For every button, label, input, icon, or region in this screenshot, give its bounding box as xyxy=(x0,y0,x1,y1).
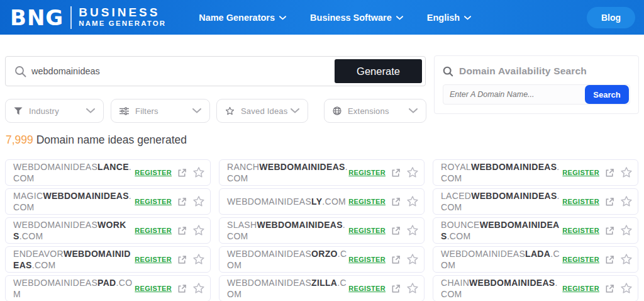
card-actions: REGISTER xyxy=(562,224,633,237)
external-link-icon[interactable] xyxy=(177,284,187,293)
card-actions: REGISTER xyxy=(562,282,633,295)
domain-result-card: ENDEAVORWEBDOMAINIDEAS.COM REGISTER xyxy=(5,246,211,273)
domain-result-card: ROYALWEBDOMAINIDEAS.COM REGISTER xyxy=(433,159,638,186)
save-star-icon[interactable] xyxy=(192,253,205,266)
nav-language-english[interactable]: English xyxy=(427,13,471,23)
register-link[interactable]: REGISTER xyxy=(348,256,386,263)
card-actions: REGISTER xyxy=(135,253,205,266)
external-link-icon[interactable] xyxy=(391,197,401,207)
domain-plain-segment: WEBDOMAINIDEAS xyxy=(13,220,97,230)
domain-search-input-row: Search xyxy=(443,84,630,105)
domain-bold-segment: WEBDOMAINIDEAS xyxy=(471,191,557,201)
external-link-icon[interactable] xyxy=(177,168,187,178)
nav-name-generators[interactable]: Name Generators xyxy=(199,13,286,23)
chevron-down-icon xyxy=(279,16,286,20)
save-star-icon[interactable] xyxy=(620,166,633,179)
domain-plain-segment: MAGIC xyxy=(13,191,43,201)
extensions-dropdown[interactable]: Extensions xyxy=(324,99,426,123)
filters-dropdown[interactable]: Filters xyxy=(111,99,210,123)
domain-search-button[interactable]: Search xyxy=(585,85,629,104)
domain-plain-segment: WEBDOMAINIDEAS xyxy=(227,278,311,288)
domain-plain-segment: WEBDOMAINIDEAS xyxy=(13,278,97,288)
external-link-icon[interactable] xyxy=(177,226,187,236)
register-link[interactable]: REGISTER xyxy=(562,169,599,176)
domain-result-card: WEBDOMAINIDEASLY.COM REGISTER xyxy=(219,188,425,215)
generate-button[interactable]: Generate xyxy=(335,59,422,83)
external-link-icon[interactable] xyxy=(605,255,614,264)
save-star-icon[interactable] xyxy=(620,195,633,208)
domain-plain-segment: WEBDOMAINIDEAS xyxy=(227,249,311,259)
save-star-icon[interactable] xyxy=(620,224,633,237)
domain-result-card: WEBDOMAINIDEASZILLA.COM REGISTER xyxy=(219,275,425,301)
domain-bold-segment: ORZO xyxy=(311,249,338,259)
external-link-icon[interactable] xyxy=(605,284,614,293)
register-link[interactable]: REGISTER xyxy=(348,227,386,234)
save-star-icon[interactable] xyxy=(192,282,205,295)
register-link[interactable]: REGISTER xyxy=(562,285,599,292)
register-link[interactable]: REGISTER xyxy=(135,285,172,292)
save-star-icon[interactable] xyxy=(192,195,205,208)
register-link[interactable]: REGISTER xyxy=(135,256,172,263)
industry-dropdown[interactable]: Industry xyxy=(5,99,104,123)
register-link[interactable]: REGISTER xyxy=(562,256,599,263)
save-star-icon[interactable] xyxy=(192,224,205,237)
register-link[interactable]: REGISTER xyxy=(348,169,386,176)
card-actions: REGISTER xyxy=(135,224,205,237)
external-link-icon[interactable] xyxy=(177,197,187,207)
search-icon xyxy=(14,65,26,77)
external-link-icon[interactable] xyxy=(391,168,401,178)
register-link[interactable]: REGISTER xyxy=(348,198,386,205)
domain-plain-segment: WEBDOMAINIDEAS xyxy=(13,162,97,172)
top-navbar: BNG BUSINESS NAME GENERATOR Name Generat… xyxy=(0,0,644,35)
save-star-icon[interactable] xyxy=(620,282,633,295)
domain-name: ROYALWEBDOMAINIDEAS.COM xyxy=(441,161,562,184)
nav-label: Business Software xyxy=(310,13,392,23)
domain-bold-segment: WEBDOMAINIDEAS xyxy=(469,278,555,288)
register-link[interactable]: REGISTER xyxy=(348,285,386,292)
external-link-icon[interactable] xyxy=(391,284,401,293)
register-link[interactable]: REGISTER xyxy=(562,198,599,205)
domain-result-card: CHAINWEBDOMAINIDEAS.COM REGISTER xyxy=(433,275,638,301)
domain-plain-segment: CHAIN xyxy=(441,278,469,288)
save-star-icon[interactable] xyxy=(406,195,419,208)
chevron-down-icon xyxy=(396,16,403,20)
domain-result-card: MAGICWEBDOMAINIDEAS.COM REGISTER xyxy=(5,188,211,215)
external-link-icon[interactable] xyxy=(391,226,401,236)
filter-label: Extensions xyxy=(348,106,389,116)
external-link-icon[interactable] xyxy=(605,226,614,236)
blog-button[interactable]: Blog xyxy=(587,7,635,28)
logo-mark: BNG xyxy=(10,7,64,28)
card-actions: REGISTER xyxy=(135,195,205,208)
external-link-icon[interactable] xyxy=(391,255,401,264)
logo-divider xyxy=(70,6,72,29)
save-star-icon[interactable] xyxy=(406,224,419,237)
save-star-icon[interactable] xyxy=(192,166,205,179)
saved-ideas-dropdown[interactable]: Saved Ideas xyxy=(216,99,308,123)
card-actions: REGISTER xyxy=(348,282,419,295)
domain-name: WEBDOMAINIDEASLADA.COM xyxy=(441,248,562,271)
domain-plain-segment: RANCH xyxy=(227,162,259,172)
keyword-search-bar: Generate xyxy=(5,56,426,86)
chevron-down-icon xyxy=(291,108,299,113)
domain-result-card: SLASHWEBDOMAINIDEAS.COM REGISTER xyxy=(219,217,425,244)
register-link[interactable]: REGISTER xyxy=(135,227,172,234)
save-star-icon[interactable] xyxy=(406,282,419,295)
nav-business-software[interactable]: Business Software xyxy=(310,13,403,23)
domain-search-input[interactable] xyxy=(443,90,585,99)
save-star-icon[interactable] xyxy=(406,166,419,179)
save-star-icon[interactable] xyxy=(406,253,419,266)
external-link-icon[interactable] xyxy=(605,197,614,207)
domain-bold-segment: LADA xyxy=(525,249,550,259)
main-content: Generate Domain Availability Search Sear… xyxy=(0,35,644,301)
save-star-icon[interactable] xyxy=(620,253,633,266)
register-link[interactable]: REGISTER xyxy=(135,198,172,205)
nav-label: English xyxy=(427,13,460,23)
domain-tld-segment: .COM xyxy=(32,260,56,270)
external-link-icon[interactable] xyxy=(605,168,614,178)
domain-bold-segment: WEBDOMAINIDEAS xyxy=(471,162,557,172)
register-link[interactable]: REGISTER xyxy=(562,227,599,234)
logo[interactable]: BNG BUSINESS NAME GENERATOR xyxy=(10,6,166,29)
external-link-icon[interactable] xyxy=(177,255,187,264)
keyword-search-input[interactable] xyxy=(26,66,335,76)
register-link[interactable]: REGISTER xyxy=(135,169,172,176)
